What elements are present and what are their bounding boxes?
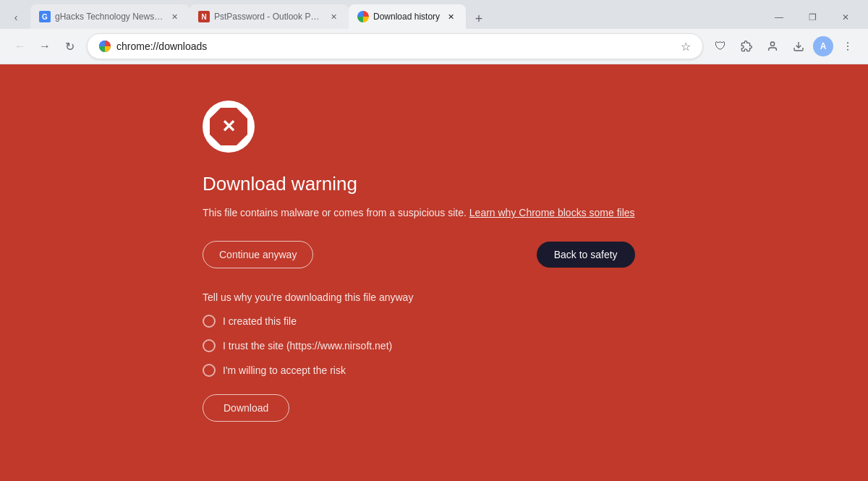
radio-label-trust: I trust the site (https://www.nirsoft.ne… [223, 340, 392, 352]
tabs-container: G gHacks Technology News and / ✕ N PstPa… [30, 6, 762, 29]
tab-close-ghacks[interactable]: ✕ [168, 10, 181, 23]
reason-section: Tell us why you're downloading this file… [203, 291, 635, 377]
tab-favicon-downloads [357, 11, 369, 22]
profile-avatar[interactable]: A [813, 36, 833, 56]
warning-octagon-icon: ✕ [210, 108, 247, 145]
warning-page: ✕ Download warning This file contains ma… [0, 64, 868, 481]
back-button[interactable]: ← [9, 35, 32, 58]
radio-circle-created [203, 315, 216, 328]
download-button[interactable]: Download [203, 394, 289, 422]
tab-downloads[interactable]: Download history ✕ [349, 4, 466, 29]
menu-icon[interactable] [836, 35, 859, 58]
warning-title: Download warning [203, 173, 635, 195]
svg-point-0 [770, 42, 774, 46]
tab-favicon-pst: N [198, 11, 210, 22]
browser-chrome: ‹ G gHacks Technology News and / ✕ N Pst… [0, 0, 868, 64]
svg-point-4 [847, 49, 848, 51]
download-toolbar-icon[interactable] [787, 35, 810, 58]
tab-navigation: ‹ [6, 7, 26, 27]
refresh-button[interactable]: ↻ [58, 35, 81, 58]
maximize-button[interactable]: ❐ [796, 6, 829, 29]
omnibox[interactable]: chrome://downloads ☆ [87, 33, 703, 59]
radio-option-risk[interactable]: I'm willing to accept the risk [203, 364, 635, 377]
minimize-button[interactable]: — [762, 6, 796, 29]
tab-title-pst: PstPassword - Outlook PST Pa... [214, 12, 323, 22]
bookmark-star-icon[interactable]: ☆ [681, 40, 691, 54]
shield-icon[interactable]: 🛡 [709, 35, 732, 58]
tab-bar: ‹ G gHacks Technology News and / ✕ N Pst… [0, 0, 868, 29]
radio-circle-risk [203, 364, 216, 377]
tab-close-downloads[interactable]: ✕ [444, 10, 457, 23]
close-button[interactable]: ✕ [829, 6, 862, 29]
tab-title-ghacks: gHacks Technology News and / [55, 12, 163, 22]
warning-icon-container: ✕ [203, 101, 255, 153]
omnibox-favicon [99, 41, 111, 52]
address-url: chrome://downloads [116, 41, 675, 52]
window-controls: — ❐ ✕ [762, 6, 862, 29]
forward-button[interactable]: → [33, 35, 56, 58]
new-tab-button[interactable]: + [469, 9, 489, 29]
tab-pstpassword[interactable]: N PstPassword - Outlook PST Pa... ✕ [190, 4, 349, 29]
warning-x-symbol: ✕ [221, 116, 236, 137]
svg-point-3 [847, 46, 848, 47]
radio-option-trust[interactable]: I trust the site (https://www.nirsoft.ne… [203, 339, 635, 352]
warning-content: ✕ Download warning This file contains ma… [203, 101, 635, 422]
radio-label-risk: I'm willing to accept the risk [223, 365, 346, 376]
reason-title: Tell us why you're downloading this file… [203, 291, 635, 303]
address-bar: ← → ↻ chrome://downloads ☆ 🛡 [0, 29, 868, 64]
tab-title-downloads: Download history [373, 12, 440, 22]
radio-circle-trust [203, 339, 216, 352]
tab-ghacks[interactable]: G gHacks Technology News and / ✕ [30, 4, 190, 29]
svg-point-2 [847, 42, 848, 43]
back-to-safety-button[interactable]: Back to safety [537, 242, 635, 268]
continue-anyway-button[interactable]: Continue anyway [203, 241, 313, 268]
chrome-icon [99, 41, 111, 52]
tab-scroll-left[interactable]: ‹ [6, 7, 26, 27]
nav-buttons: ← → ↻ [9, 35, 81, 58]
learn-more-link[interactable]: Learn why Chrome blocks some files [469, 207, 635, 218]
radio-option-created[interactable]: I created this file [203, 315, 635, 328]
extensions-icon[interactable] [735, 35, 758, 58]
tab-close-pst[interactable]: ✕ [327, 10, 340, 23]
warning-buttons: Continue anyway Back to safety [203, 241, 635, 268]
tab-favicon-ghacks: G [39, 11, 51, 22]
warning-description: This file contains malware or comes from… [203, 205, 635, 221]
profile-icon[interactable] [761, 35, 784, 58]
toolbar-icons: 🛡 A [709, 35, 859, 58]
radio-label-created: I created this file [223, 315, 297, 327]
